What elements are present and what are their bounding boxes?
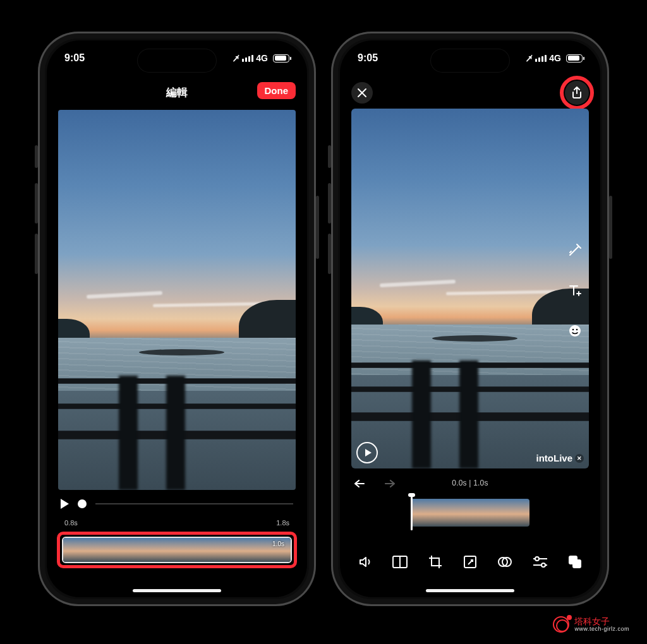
timeline-highlight[interactable]: 1.0s <box>57 532 297 568</box>
sticker-icon[interactable] <box>566 322 584 340</box>
preview-canvas[interactable] <box>58 110 296 490</box>
intolive-label: intoLive <box>536 453 572 463</box>
status-right: ↗̸ 4G <box>526 53 583 63</box>
side-button <box>328 145 331 168</box>
home-indicator[interactable] <box>133 589 221 592</box>
play-button[interactable] <box>356 442 378 463</box>
timeline-frames[interactable]: 1.0s <box>62 537 292 563</box>
status-time: 9:05 <box>64 52 85 64</box>
canvas-button[interactable] <box>390 552 409 571</box>
site-watermark: 塔科女子 www.tech-girlz.com <box>553 616 629 633</box>
timeline-frames[interactable] <box>411 499 529 527</box>
screen-right: 9:05 ↗̸ 4G <box>340 40 600 597</box>
svg-point-1 <box>572 329 574 331</box>
dynamic-island <box>138 49 216 72</box>
watermark-title: 塔科女子 <box>574 617 629 626</box>
timeline-range-labels: 0.8s 1.8s <box>64 519 289 527</box>
svg-rect-10 <box>573 560 581 568</box>
screen-left: 9:05 ↗̸ 4G 編輯 Done <box>47 40 307 597</box>
done-button[interactable]: Done <box>257 82 296 99</box>
watermark-url: www.tech-girlz.com <box>574 626 629 632</box>
side-button <box>35 145 38 168</box>
side-toolbar <box>566 241 584 340</box>
play-icon <box>365 449 372 456</box>
network-label: 4G <box>549 53 561 63</box>
filters-button[interactable] <box>495 552 514 571</box>
fit-button[interactable] <box>461 552 480 571</box>
time-sep: | <box>467 479 473 487</box>
bottom-toolbar <box>340 546 600 578</box>
editor-header <box>340 78 600 106</box>
home-indicator[interactable] <box>426 589 514 592</box>
time-total: 1.0s <box>473 479 488 487</box>
adjust-button[interactable] <box>531 552 550 571</box>
intolive-watermark: intoLive ✕ <box>536 453 584 463</box>
location-off-icon: ↗̸ <box>526 54 533 63</box>
remove-watermark-button[interactable]: ✕ <box>575 454 584 463</box>
phone-frame-left: 9:05 ↗̸ 4G 編輯 Done <box>38 32 316 606</box>
play-icon[interactable] <box>61 499 69 509</box>
battery-icon <box>273 54 289 63</box>
timeline-end-label: 1.8s <box>276 519 289 527</box>
side-button <box>609 196 612 259</box>
close-button[interactable] <box>351 82 373 104</box>
background-button[interactable] <box>565 552 584 571</box>
svg-point-0 <box>569 325 581 337</box>
side-button <box>316 196 319 259</box>
signal-icon <box>535 54 547 62</box>
time-position: 0.0s | 1.0s <box>340 479 600 487</box>
preview-railing <box>58 376 296 490</box>
time-current: 0.0s <box>452 479 466 487</box>
svg-point-7 <box>535 557 539 561</box>
scrubber-thumb[interactable] <box>78 499 87 508</box>
location-off-icon: ↗̸ <box>233 54 239 63</box>
watermark-logo-icon <box>553 616 569 633</box>
svg-point-8 <box>541 563 545 567</box>
scrubber[interactable] <box>61 495 293 513</box>
text-tool-icon[interactable] <box>566 282 584 299</box>
crop-button[interactable] <box>426 552 445 571</box>
share-button[interactable] <box>565 81 589 105</box>
timeline-duration-label: 1.0s <box>272 540 284 547</box>
side-button <box>328 234 331 274</box>
side-button <box>328 183 331 224</box>
svg-point-2 <box>576 329 578 331</box>
timeline-start-label: 0.8s <box>64 519 78 527</box>
preview-canvas[interactable]: intoLive ✕ <box>351 109 589 468</box>
network-label: 4G <box>256 53 268 63</box>
side-button <box>35 234 38 274</box>
status-right: ↗̸ 4G <box>233 53 289 63</box>
sound-button[interactable] <box>356 552 375 571</box>
share-icon <box>571 86 583 99</box>
side-button <box>35 183 38 224</box>
scrubber-track[interactable] <box>95 503 293 504</box>
magic-wand-icon[interactable] <box>566 241 584 259</box>
playhead[interactable] <box>411 495 413 530</box>
dynamic-island <box>431 49 509 72</box>
status-time: 9:05 <box>358 52 378 64</box>
signal-icon <box>242 54 253 62</box>
battery-icon <box>566 54 583 63</box>
phone-frame-right: 9:05 ↗̸ 4G <box>331 32 609 606</box>
